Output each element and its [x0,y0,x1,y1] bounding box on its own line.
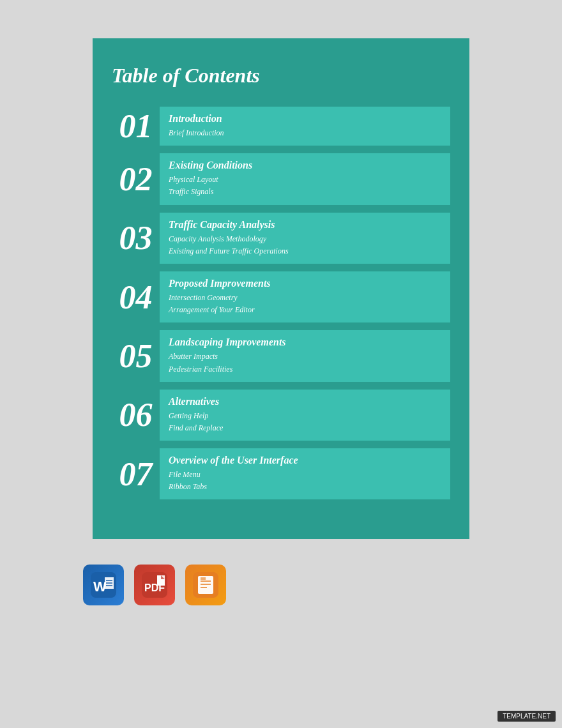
toc-entry: 05Landscaping ImprovementsAbutter Impact… [112,330,450,381]
toc-number: 02 [112,153,160,204]
toc-entry: 04Proposed ImprovementsIntersection Geom… [112,271,450,322]
pages-icon[interactable] [185,565,226,605]
toc-subtopics: File MenuRibbon Tabs [169,469,441,493]
toc-content: Overview of the User InterfaceFile MenuR… [160,448,450,499]
toc-subtopics: Physical LayoutTraffic Signals [169,174,441,198]
toc-content: AlternativesGetting HelpFind and Replace [160,390,450,441]
toc-entries: 01IntroductionBrief Introduction02Existi… [112,107,450,499]
toc-subtopics: Brief Introduction [169,127,441,139]
toc-chapter-title: Introduction [169,113,441,125]
toc-title: Table of Contents [112,64,450,87]
toc-chapter-title: Existing Conditions [169,160,441,171]
toc-chapter-title: Alternatives [169,396,441,407]
toc-content: IntroductionBrief Introduction [160,107,450,146]
toc-content: Traffic Capacity AnalysisCapacity Analys… [160,213,450,264]
toc-subtopics: Capacity Analysis MethodologyExisting an… [169,233,441,257]
toc-number: 06 [112,390,160,441]
toc-number: 05 [112,330,160,381]
toc-entry: 02Existing ConditionsPhysical LayoutTraf… [112,153,450,204]
toc-chapter-title: Proposed Improvements [169,278,441,289]
toc-subtopics: Getting HelpFind and Replace [169,410,441,434]
toc-chapter-title: Traffic Capacity Analysis [169,219,441,231]
toc-number: 03 [112,213,160,264]
toc-card: Table of Contents 01IntroductionBrief In… [93,38,469,539]
toc-entry: 03Traffic Capacity AnalysisCapacity Anal… [112,213,450,264]
svg-rect-16 [201,577,206,580]
toc-number: 07 [112,448,160,499]
toc-content: Landscaping ImprovementsAbutter ImpactsP… [160,330,450,381]
toc-number: 01 [112,107,160,146]
word-icon[interactable]: W [83,565,124,605]
watermark: TEMPLATE.NET [497,711,556,722]
toc-entry: 01IntroductionBrief Introduction [112,107,450,146]
toc-subtopics: Intersection GeometryArrangement of Your… [169,292,441,316]
toc-subtopics: Abutter ImpactsPedestrian Facilities [169,351,441,375]
toc-content: Proposed ImprovementsIntersection Geomet… [160,271,450,322]
toc-entry: 06AlternativesGetting HelpFind and Repla… [112,390,450,441]
pdf-icon[interactable]: PDF [134,565,175,605]
toc-number: 04 [112,271,160,322]
app-icons-container: W PDF [83,565,226,605]
page-container: Table of Contents 01IntroductionBrief In… [0,0,562,728]
toc-chapter-title: Landscaping Improvements [169,337,441,348]
toc-entry: 07Overview of the User InterfaceFile Men… [112,448,450,499]
toc-chapter-title: Overview of the User Interface [169,455,441,466]
toc-content: Existing ConditionsPhysical LayoutTraffi… [160,153,450,204]
svg-text:W: W [93,579,107,595]
